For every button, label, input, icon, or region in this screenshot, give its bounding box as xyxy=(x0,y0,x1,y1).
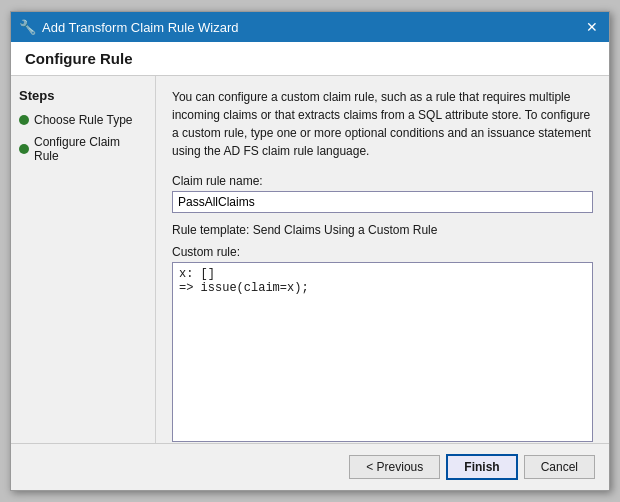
sidebar: Steps Choose Rule Type Configure Claim R… xyxy=(11,76,156,443)
page-title: Configure Rule xyxy=(25,50,133,67)
main-panel: You can configure a custom claim rule, s… xyxy=(156,76,609,443)
previous-button[interactable]: < Previous xyxy=(349,455,440,479)
sidebar-item-label-2: Configure Claim Rule xyxy=(34,135,147,163)
title-bar: 🔧 Add Transform Claim Rule Wizard ✕ xyxy=(11,12,609,42)
claim-rule-name-input[interactable] xyxy=(172,191,593,213)
wizard-icon: 🔧 xyxy=(19,19,36,35)
sidebar-item-configure-claim-rule[interactable]: Configure Claim Rule xyxy=(19,135,147,163)
custom-rule-label: Custom rule: xyxy=(172,245,593,259)
cancel-button[interactable]: Cancel xyxy=(524,455,595,479)
close-button[interactable]: ✕ xyxy=(583,18,601,36)
window-title: Add Transform Claim Rule Wizard xyxy=(42,20,577,35)
wizard-window: 🔧 Add Transform Claim Rule Wizard ✕ Conf… xyxy=(10,11,610,491)
description-text: You can configure a custom claim rule, s… xyxy=(172,88,593,160)
sidebar-section-title: Steps xyxy=(19,88,147,103)
step-dot-2 xyxy=(19,144,29,154)
claim-rule-name-label: Claim rule name: xyxy=(172,174,593,188)
footer: < Previous Finish Cancel xyxy=(11,443,609,490)
step-dot-1 xyxy=(19,115,29,125)
content-area: Steps Choose Rule Type Configure Claim R… xyxy=(11,76,609,443)
window-header: Configure Rule xyxy=(11,42,609,76)
rule-template-text: Rule template: Send Claims Using a Custo… xyxy=(172,223,593,237)
finish-button[interactable]: Finish xyxy=(446,454,517,480)
custom-rule-textarea[interactable]: x: [] => issue(claim=x); xyxy=(172,262,593,442)
sidebar-item-choose-rule-type[interactable]: Choose Rule Type xyxy=(19,113,147,127)
sidebar-item-label-1: Choose Rule Type xyxy=(34,113,133,127)
